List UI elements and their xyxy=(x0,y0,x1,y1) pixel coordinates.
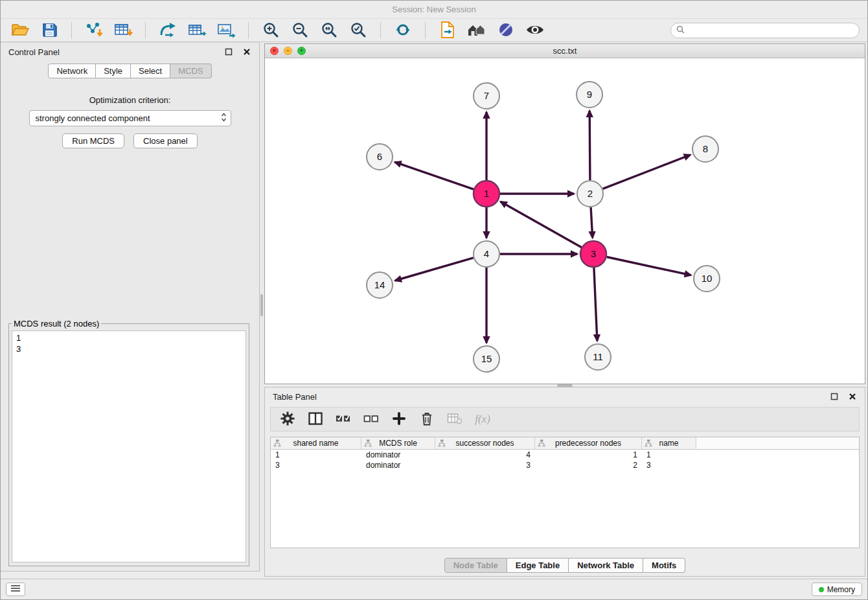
close-panel-icon[interactable] xyxy=(848,392,857,401)
network-window-titlebar[interactable]: × − + scc.txt xyxy=(265,44,865,58)
edge-3-1[interactable] xyxy=(501,202,582,247)
toolbar-separator xyxy=(145,22,146,39)
table-row[interactable]: 3dominator323 xyxy=(271,460,859,470)
table-panel-title: Table Panel xyxy=(273,392,317,402)
column-header-successor-nodes[interactable]: successor nodes xyxy=(435,437,535,449)
run-mcds-button[interactable]: Run MCDS xyxy=(62,133,124,148)
node-11[interactable]: 11 xyxy=(585,344,611,370)
table-cell[interactable]: 1 xyxy=(271,450,361,460)
column-type-icon xyxy=(438,439,446,449)
close-panel-button[interactable]: Close panel xyxy=(133,133,198,148)
edge-2-3[interactable] xyxy=(591,207,593,238)
table-cell[interactable]: 4 xyxy=(435,450,535,460)
zoom-fit-button[interactable] xyxy=(316,20,342,41)
float-panel-icon[interactable] xyxy=(224,47,233,56)
edge-2-8[interactable] xyxy=(603,155,691,189)
table-cell[interactable]: 3 xyxy=(642,460,696,470)
node-14[interactable]: 14 xyxy=(367,272,393,298)
zoom-selected-button[interactable] xyxy=(345,20,371,41)
settings-gear-icon xyxy=(280,411,295,428)
tab-network-table[interactable]: Network Table xyxy=(569,558,643,573)
select-all-button[interactable] xyxy=(335,410,352,428)
network-canvas[interactable]: 7968124314101511 xyxy=(265,58,865,384)
deselect-all-button[interactable] xyxy=(363,410,380,428)
criterion-select[interactable]: strongly connected component xyxy=(29,110,231,126)
close-window-icon[interactable]: × xyxy=(270,47,279,55)
table-cell[interactable]: dominator xyxy=(361,450,435,460)
eye-button[interactable] xyxy=(522,20,548,41)
node-6[interactable]: 6 xyxy=(367,144,393,170)
table-cell[interactable]: 2 xyxy=(535,460,642,470)
zoom-window-icon[interactable]: + xyxy=(297,47,306,55)
refresh-button[interactable] xyxy=(390,20,416,41)
show-columns-button[interactable] xyxy=(307,410,324,428)
table-cell[interactable]: 1 xyxy=(535,450,642,460)
export-image-button[interactable] xyxy=(213,20,239,41)
node-3[interactable]: 3 xyxy=(580,241,606,267)
delete-row-button[interactable] xyxy=(418,410,435,428)
mcds-button-row: Run MCDS Close panel xyxy=(1,133,259,148)
column-header-predecessor-nodes[interactable]: predecessor nodes xyxy=(535,437,642,449)
node-9[interactable]: 9 xyxy=(577,82,602,108)
node-label: 8 xyxy=(703,143,708,154)
node-8[interactable]: 8 xyxy=(692,136,718,162)
node-7[interactable]: 7 xyxy=(474,83,499,109)
open-session-button[interactable] xyxy=(7,20,33,41)
edge-1-6[interactable] xyxy=(395,162,474,189)
search-input[interactable] xyxy=(688,24,859,37)
table-cell[interactable]: 3 xyxy=(435,460,535,470)
tab-edge-table[interactable]: Edge Table xyxy=(507,558,569,573)
zoom-out-button[interactable] xyxy=(287,20,313,41)
edge-3-10[interactable] xyxy=(607,257,691,275)
tab-network[interactable]: Network xyxy=(48,63,96,78)
show-columns-icon xyxy=(308,412,323,427)
add-row-icon xyxy=(393,412,405,427)
splitter-handle[interactable] xyxy=(260,294,263,316)
add-row-button[interactable] xyxy=(391,410,407,428)
table-cell[interactable]: 3 xyxy=(271,460,361,470)
tab-node-table[interactable]: Node Table xyxy=(444,558,507,573)
search-icon xyxy=(676,25,685,36)
import-network-button[interactable] xyxy=(81,20,107,41)
tab-select[interactable]: Select xyxy=(131,63,170,78)
style-circle-button[interactable] xyxy=(493,20,519,41)
column-header-MCDS-role[interactable]: MCDS role xyxy=(361,437,435,449)
open-session-file-button[interactable] xyxy=(435,20,461,41)
column-header-shared-name[interactable]: shared name xyxy=(271,437,361,449)
memory-button[interactable]: Memory xyxy=(812,583,862,596)
mcds-result-list[interactable]: 13 xyxy=(12,330,246,562)
column-header-name[interactable]: name xyxy=(642,437,696,449)
tab-style[interactable]: Style xyxy=(96,63,131,78)
settings-gear-button[interactable] xyxy=(279,410,296,428)
save-session-button[interactable] xyxy=(36,20,62,41)
node-10[interactable]: 10 xyxy=(694,266,720,292)
edge-2-9[interactable] xyxy=(589,111,590,180)
table-cell[interactable]: 1 xyxy=(642,450,696,460)
node-4[interactable]: 4 xyxy=(474,241,499,267)
column-type-icon xyxy=(364,439,372,449)
import-table-button[interactable] xyxy=(110,20,136,41)
panel-menu-button[interactable] xyxy=(6,583,25,596)
edge-4-14[interactable] xyxy=(395,258,474,281)
home-button[interactable] xyxy=(464,20,490,41)
memory-label: Memory xyxy=(827,585,855,594)
save-session-icon xyxy=(41,22,58,40)
tab-motifs[interactable]: Motifs xyxy=(643,558,685,573)
minimize-window-icon[interactable]: − xyxy=(284,47,292,55)
export-network-button[interactable] xyxy=(155,20,181,41)
search-box[interactable] xyxy=(670,23,860,38)
float-panel-icon[interactable] xyxy=(830,392,839,401)
table-cell[interactable]: dominator xyxy=(361,460,435,470)
table-row[interactable]: 1dominator411 xyxy=(271,450,859,460)
tab-mcds[interactable]: MCDS xyxy=(170,63,211,78)
vertical-splitter[interactable] xyxy=(260,42,264,571)
export-table-button[interactable] xyxy=(184,20,210,41)
window-titlebar[interactable]: Session: New Session xyxy=(1,1,867,19)
node-15[interactable]: 15 xyxy=(474,346,499,372)
close-panel-icon[interactable] xyxy=(242,47,251,56)
node-1[interactable]: 1 xyxy=(474,181,499,207)
open-session-icon xyxy=(11,22,29,40)
zoom-in-button[interactable] xyxy=(258,20,284,41)
edge-3-11[interactable] xyxy=(594,268,597,341)
node-2[interactable]: 2 xyxy=(577,181,603,207)
